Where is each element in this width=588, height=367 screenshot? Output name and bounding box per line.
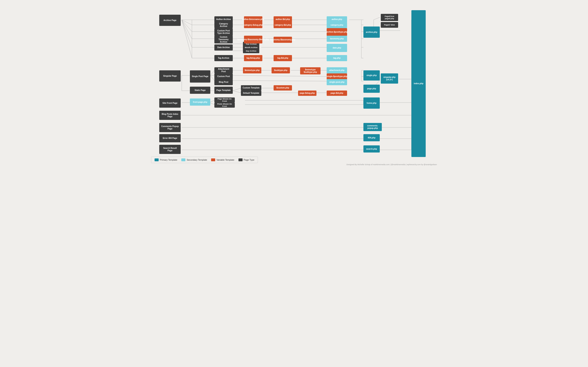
error-404-php-node: 404.php xyxy=(363,134,380,141)
single-php-node: single.php xyxy=(363,70,380,81)
page-id-php-node: page-$id.php xyxy=(327,91,347,96)
error-404-page-node: Error 404 Page xyxy=(159,134,181,142)
date-php-node: date.php xyxy=(327,44,347,52)
legend-secondary: Secondary Template xyxy=(181,158,207,161)
single-post-php-node: single-post.php xyxy=(327,79,347,85)
paged-true-node: Paged:true paged.php xyxy=(381,14,398,21)
page-php-node: page.php xyxy=(363,85,380,93)
credit-text: Designed By Michelle Schutp of marktimem… xyxy=(346,164,437,166)
attachment-post-node: Attachment Post xyxy=(214,67,233,73)
archive-page-node: Archive Page xyxy=(159,15,181,26)
legend-variable-swatch xyxy=(211,158,215,161)
custom-post-node: Custom Post xyxy=(214,73,233,80)
custom-taxonomy-archive-node: Custom Taxonomy Archive xyxy=(214,36,233,43)
attachment-php-node: attachment.php xyxy=(327,67,347,73)
blog-posts-index-node: Blog Posts Index Page xyxy=(159,111,181,120)
tag-slug-php-node: tag-$slug.php xyxy=(244,55,262,61)
comments-popup-page-node: Comments Popup Page xyxy=(159,123,181,132)
taxonomy-php-node: taxonomy.php xyxy=(327,36,347,42)
custom-template-node: Custom Template xyxy=(241,85,261,91)
svg-line-44 xyxy=(233,81,327,81)
svg-line-47 xyxy=(233,91,241,93)
diagram-container: Archive Page Author Archive Category Arc… xyxy=(147,0,441,167)
single-post-page-node: Single Post Page xyxy=(190,70,210,83)
posts-shown-front-node: Posts Shown On Front xyxy=(214,103,235,108)
static-page-node: Static Page xyxy=(190,87,210,94)
taxonomy-php-var-node: taxonomy-$taxonomy.php xyxy=(274,37,292,43)
author-id-php-node: author-$id.php xyxy=(274,16,292,22)
category-slug-php-node: category-$slug.php xyxy=(244,22,262,28)
default-template-node: Default Template xyxy=(241,91,261,96)
legend: Primary Template Secondary Template Vari… xyxy=(151,157,258,163)
svg-line-38 xyxy=(210,75,214,81)
paged-false-node: Paged: false xyxy=(381,22,398,28)
mimetype-subtype-php-node: $mimetype $subtype.php xyxy=(300,67,320,75)
author-archive-node: Author Archive xyxy=(214,16,233,22)
site-front-page-node: Site Front Page xyxy=(159,99,181,108)
search-php-node: search.php xyxy=(363,145,380,152)
archive-php-node: archive.php xyxy=(363,26,380,38)
legend-secondary-swatch xyxy=(181,158,185,161)
singular-page-node: Singular Page xyxy=(159,70,181,82)
author-nicename-php-node: author-$nicename.php xyxy=(244,16,262,22)
svg-line-23 xyxy=(374,17,380,20)
subtype-php-node: $subtype.php xyxy=(272,67,290,73)
svg-line-43 xyxy=(233,75,327,76)
svg-line-46 xyxy=(233,88,241,91)
tag-id-php-node: tag-$id.php xyxy=(274,55,292,61)
author-php-node: author.php xyxy=(327,16,347,22)
home-php-node: home.php xyxy=(363,98,380,109)
tag-archive-node: Tag Archive xyxy=(214,55,233,61)
comments-popup-php-node: comments-popup.php xyxy=(363,123,382,131)
page-shown-front-node: Page Shown On Front xyxy=(214,98,235,103)
legend-primary: Primary Template xyxy=(155,158,177,161)
legend-variable: Variable Template xyxy=(211,158,234,161)
front-page-php-node: front-page.php xyxy=(190,99,210,106)
page-template-node: Page Template xyxy=(214,87,233,94)
tag-php-node: tag.php xyxy=(327,55,347,61)
svg-line-36 xyxy=(210,70,214,75)
taxonomy-term-php-node: taxonomy-$taxonomy-$term.php xyxy=(244,36,262,43)
singular-php-node: singular.php (v4.3+) xyxy=(381,73,398,83)
index-php-node: index.php xyxy=(411,10,426,157)
search-result-page-node: Search Result Page xyxy=(159,145,181,154)
legend-page-type: Page Type xyxy=(238,158,254,161)
day-archive-node: Day Archive xyxy=(243,49,259,53)
category-id-php-node: category-$id.php xyxy=(274,22,292,28)
archive-posttype-php-node: archive-$posttype.php xyxy=(327,28,347,36)
blog-post-node: Blog Post xyxy=(214,79,233,85)
custom-php-node: $custom.php xyxy=(274,85,292,91)
page-slug-php-node: page-$slug.php xyxy=(298,91,316,96)
legend-page-type-swatch xyxy=(238,158,242,161)
category-php-node: category.php xyxy=(327,22,347,28)
date-archive-node: Date Archive xyxy=(214,44,233,50)
single-posttype-php-node: single-$posttype.php xyxy=(327,73,347,80)
legend-primary-swatch xyxy=(155,158,159,161)
category-archive-node: Category Archive xyxy=(214,22,233,28)
mimetype-php-node: $mimetype.php xyxy=(243,67,261,73)
custom-post-type-archive-node: Custom Post Type Archive xyxy=(214,28,233,36)
